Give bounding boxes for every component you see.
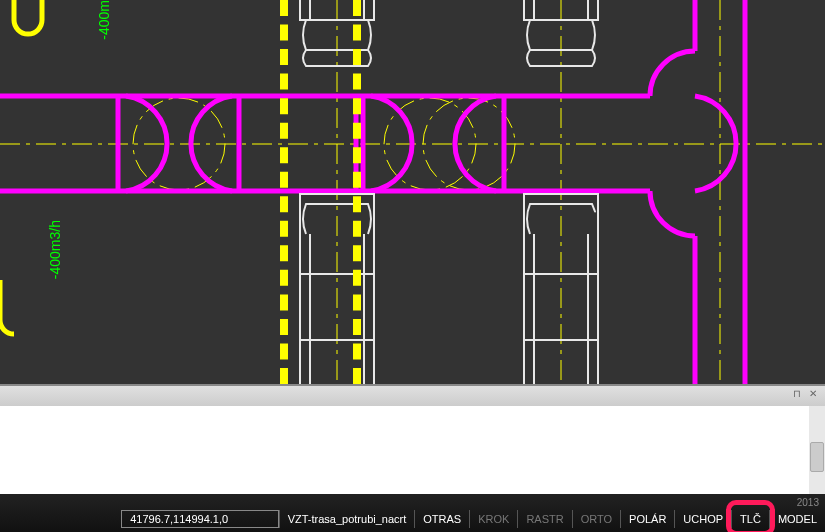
command-panel: ⊓ ✕ [0,384,825,494]
status-polar[interactable]: POLÁR [620,510,674,528]
model-label: MODEL [778,513,817,525]
status-krok[interactable]: KROK [469,510,517,528]
status-otras[interactable]: OTRAS [414,510,469,528]
status-uchop[interactable]: UCHOP [674,510,731,528]
status-tlc[interactable]: TLČ [731,510,769,528]
status-bar: 41796.7,114994.1,0 VZT-trasa_potrubi_nac… [0,494,825,532]
construction-line-v2 [353,0,361,384]
drawing-canvas[interactable]: -400m -400m3/h [0,0,825,384]
command-panel-header[interactable]: ⊓ ✕ [0,386,825,406]
rastr-label: RASTR [526,513,563,525]
scrollbar-track[interactable] [809,406,825,496]
polar-label: POLÁR [629,513,666,525]
status-rastr[interactable]: RASTR [517,510,571,528]
coordinates-readout: 41796.7,114994.1,0 [121,510,278,528]
scrollbar-thumb[interactable] [810,442,824,472]
orto-label: ORTO [581,513,612,525]
construction-line-v1 [280,0,288,384]
layout-label: VZT-trasa_potrubi_nacrt [288,513,407,525]
close-icon[interactable]: ✕ [809,388,817,399]
coordinates-text: 41796.7,114994.1,0 [130,513,228,525]
dimension-label-upper: -400m [96,0,112,40]
status-model[interactable]: MODEL [769,510,825,528]
krok-label: KROK [478,513,509,525]
otras-label: OTRAS [423,513,461,525]
layout-name[interactable]: VZT-trasa_potrubi_nacrt [279,510,415,528]
uchop-label: UCHOP [683,513,723,525]
command-output[interactable] [0,406,825,496]
version-text: 2013 [797,497,819,508]
dimension-label-lower: -400m3/h [47,220,63,279]
pin-icon[interactable]: ⊓ [793,388,801,399]
status-orto[interactable]: ORTO [572,510,620,528]
tlc-label: TLČ [740,513,761,525]
